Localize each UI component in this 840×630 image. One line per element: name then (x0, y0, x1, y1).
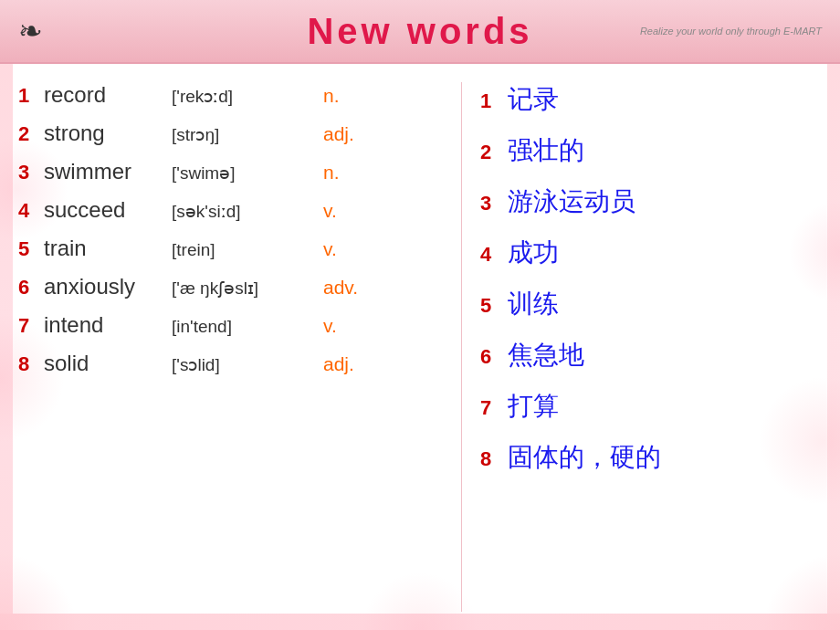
cn-row: 6焦急地 (480, 338, 831, 373)
cn-number: 2 (480, 141, 508, 164)
left-floral-strip (0, 64, 13, 614)
word-number: 4 (18, 199, 44, 223)
word-english: train (44, 236, 172, 261)
word-pos: adv. (323, 277, 358, 299)
word-english: record (44, 82, 172, 108)
word-row: 2strong[strɔŋ] adj. (18, 121, 461, 146)
cn-text: 训练 (508, 287, 559, 321)
page-title: New words (307, 11, 532, 52)
word-english: succeed (44, 197, 172, 223)
bottom-floral-strip (0, 614, 840, 630)
word-pos: n. (323, 162, 340, 184)
word-number: 2 (18, 122, 44, 146)
cn-row: 8固体的，硬的 (480, 440, 831, 475)
word-english: strong (44, 121, 172, 146)
cn-row: 3游泳运动员 (480, 184, 831, 219)
word-row: 1record['rekɔːd] n. (18, 82, 461, 108)
word-number: 5 (18, 237, 44, 261)
page-header: ❧ New words Realize your world only thro… (0, 0, 840, 64)
cn-text: 游泳运动员 (508, 184, 635, 219)
cn-row: 4成功 (480, 236, 831, 270)
cn-row: 1记录 (480, 82, 831, 117)
cn-text: 焦急地 (508, 338, 584, 373)
brand-label: Realize your world only through E-MART (640, 26, 822, 37)
word-phonetic: [trein] (172, 240, 318, 260)
word-pos: adj. (323, 123, 354, 145)
word-english: intend (44, 312, 172, 338)
word-row: 7intend[in'tend] v. (18, 312, 461, 338)
word-number: 3 (18, 161, 44, 184)
word-number: 8 (18, 352, 44, 376)
word-phonetic: [in'tend] (172, 317, 318, 337)
word-number: 1 (18, 84, 44, 108)
cn-text: 强壮的 (508, 133, 584, 168)
word-row: 6anxiously['æ ŋkʃəslɪ] adv. (18, 274, 461, 299)
left-column: 1record['rekɔːd] n.2strong[strɔŋ] adj.3s… (9, 82, 461, 612)
word-english: anxiously (44, 274, 172, 299)
cn-text: 打算 (508, 389, 559, 424)
word-row: 3swimmer['swimə] n. (18, 159, 461, 184)
cn-row: 7打算 (480, 389, 831, 424)
word-phonetic: ['swimə] (172, 163, 318, 184)
cn-text: 成功 (508, 236, 559, 270)
word-row: 4succeed[sək'siːd] v. (18, 197, 461, 223)
cn-number: 6 (480, 345, 508, 369)
cn-text: 记录 (508, 82, 559, 117)
main-content: 1record['rekɔːd] n.2strong[strɔŋ] adj.3s… (0, 64, 840, 630)
word-phonetic: [strɔŋ] (172, 124, 318, 145)
cn-number: 8 (480, 447, 508, 471)
word-phonetic: ['æ ŋkʃəslɪ] (172, 278, 318, 299)
cn-number: 5 (480, 294, 508, 318)
cn-number: 1 (480, 89, 508, 113)
cn-row: 2强壮的 (480, 133, 831, 168)
cn-text: 固体的，硬的 (508, 440, 661, 475)
word-phonetic: ['rekɔːd] (172, 86, 318, 107)
word-pos: v. (323, 315, 337, 337)
cn-number: 3 (480, 192, 508, 215)
word-english: solid (44, 351, 172, 376)
word-number: 7 (18, 314, 44, 338)
word-phonetic: [sək'siːd] (172, 201, 318, 222)
word-row: 8solid['sɔlid] adj. (18, 351, 461, 376)
logo-icon: ❧ (18, 14, 43, 48)
cn-number: 7 (480, 396, 508, 420)
right-floral-strip (827, 64, 840, 614)
word-row: 5train[trein] v. (18, 236, 461, 261)
word-pos: n. (323, 85, 340, 107)
word-english: swimmer (44, 159, 172, 184)
cn-number: 4 (480, 243, 508, 267)
word-number: 6 (18, 276, 44, 299)
right-column: 1记录2强壮的3游泳运动员4成功5训练6焦急地7打算8固体的，硬的 (461, 82, 831, 612)
word-pos: v. (323, 200, 337, 222)
word-pos: v. (323, 238, 337, 260)
word-phonetic: ['sɔlid] (172, 354, 318, 375)
cn-row: 5训练 (480, 287, 831, 321)
word-pos: adj. (323, 353, 354, 375)
